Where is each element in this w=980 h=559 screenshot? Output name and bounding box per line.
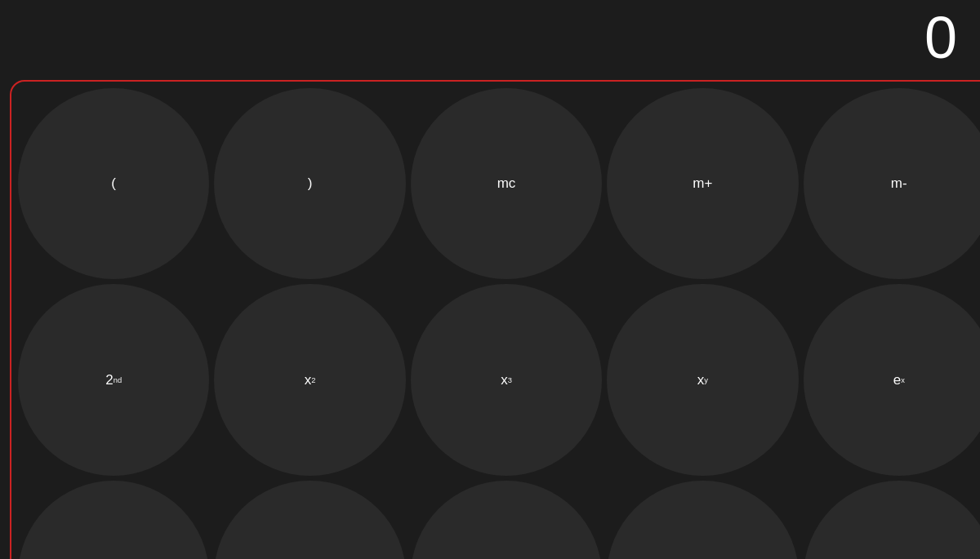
sci-btn-0-1[interactable]: ) xyxy=(214,88,405,279)
sci-btn-0-2[interactable]: mc xyxy=(411,88,602,279)
sci-btn-0-0[interactable]: ( xyxy=(18,88,209,279)
display-value: 0 xyxy=(924,8,957,67)
calculator-body: ()mcm+m-mr2ndx2x3xyex10x1⁄x2√x3√xy√xlnlo… xyxy=(0,73,980,559)
sci-row-0: ()mcm+m-mr xyxy=(18,88,980,279)
display: 0 xyxy=(0,0,980,73)
sci-btn-2-1[interactable]: 2√x xyxy=(214,481,405,559)
sci-btn-1-2[interactable]: x3 xyxy=(411,284,602,475)
sci-btn-2-4[interactable]: ln xyxy=(804,481,980,559)
scientific-panel: ()mcm+m-mr2ndx2x3xyex10x1⁄x2√x3√xy√xlnlo… xyxy=(10,80,980,559)
sci-btn-1-1[interactable]: x2 xyxy=(214,284,405,475)
sci-btn-1-3[interactable]: xy xyxy=(607,284,798,475)
sci-btn-1-4[interactable]: ex xyxy=(804,284,980,475)
sci-btn-2-0[interactable]: 1⁄x xyxy=(18,481,209,559)
sci-btn-0-3[interactable]: m+ xyxy=(607,88,798,279)
sci-btn-2-3[interactable]: y√x xyxy=(607,481,798,559)
sci-row-2: 1⁄x2√x3√xy√xlnlog10 xyxy=(18,481,980,559)
sci-btn-0-4[interactable]: m- xyxy=(804,88,980,279)
sci-row-1: 2ndx2x3xyex10x xyxy=(18,284,980,475)
sci-btn-1-0[interactable]: 2nd xyxy=(18,284,209,475)
sci-btn-2-2[interactable]: 3√x xyxy=(411,481,602,559)
